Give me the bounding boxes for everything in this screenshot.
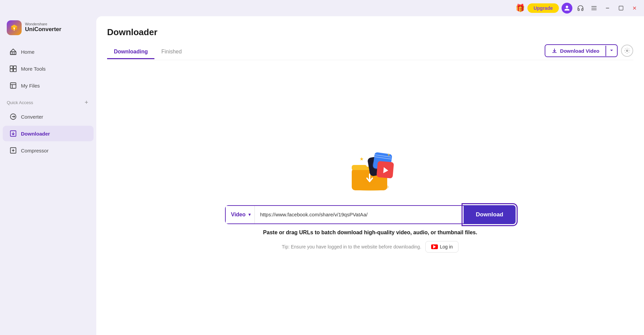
- login-button[interactable]: Log in: [425, 241, 459, 253]
- logo-area: Wondershare UniConverter: [0, 20, 96, 43]
- download-video-main-button[interactable]: Download Video: [545, 45, 605, 56]
- avatar-button[interactable]: [562, 3, 572, 14]
- svg-rect-10: [10, 52, 16, 54]
- type-select-label: Video: [231, 212, 246, 218]
- sidebar-item-home-label: Home: [21, 49, 34, 55]
- svg-rect-4: [619, 6, 623, 10]
- download-area: ♪ ★ ★ Video ▼: [107, 60, 633, 335]
- sidebar-item-downloader[interactable]: Downloader: [3, 126, 94, 141]
- download-icon: [551, 48, 558, 54]
- sidebar-item-my-files-label: My Files: [21, 83, 40, 89]
- close-button[interactable]: [629, 3, 640, 14]
- quick-access-section: Quick Access +: [0, 94, 96, 108]
- home-icon: [9, 48, 17, 55]
- tabs-actions: Download Video: [545, 44, 633, 60]
- sidebar-item-converter-label: Converter: [21, 114, 43, 120]
- svg-point-22: [626, 50, 628, 52]
- settings-icon: [624, 48, 630, 54]
- url-input-row: Video ▼ Download: [225, 205, 516, 224]
- menu-button[interactable]: [589, 3, 599, 14]
- tab-finished[interactable]: Finished: [154, 45, 188, 59]
- svg-text:★: ★: [387, 153, 390, 157]
- compressor-icon: [9, 147, 17, 154]
- my-files-icon: [9, 82, 17, 89]
- headset-button[interactable]: [575, 3, 586, 14]
- quick-access-label: Quick Access: [7, 100, 33, 105]
- tab-downloading[interactable]: Downloading: [107, 45, 154, 59]
- upgrade-button[interactable]: Upgrade: [527, 3, 559, 13]
- downloader-icon: [9, 130, 17, 137]
- type-select[interactable]: Video ▼: [226, 206, 255, 223]
- svg-rect-11: [10, 66, 13, 69]
- logo-brand: Wondershare: [25, 22, 61, 26]
- settings-button[interactable]: [621, 45, 633, 57]
- tabs-row: Downloading Finished Download Video: [107, 44, 633, 60]
- download-video-caret-button[interactable]: [605, 46, 617, 56]
- titlebar: 🎁 Upgrade: [0, 0, 644, 16]
- type-select-caret-icon: ▼: [248, 212, 252, 217]
- sidebar-item-home[interactable]: Home: [3, 44, 94, 59]
- download-button[interactable]: Download: [464, 205, 515, 224]
- youtube-icon: [431, 244, 438, 249]
- logo-text: Wondershare UniConverter: [25, 22, 61, 33]
- login-label: Log in: [440, 244, 453, 249]
- svg-rect-14: [14, 69, 16, 72]
- gift-icon[interactable]: 🎁: [516, 4, 525, 13]
- page-title: Downloader: [107, 27, 633, 38]
- caret-down-icon: [610, 48, 614, 52]
- sidebar-item-compressor[interactable]: Compressor: [3, 143, 94, 158]
- sidebar-item-converter[interactable]: Converter: [3, 109, 94, 124]
- add-quick-access-button[interactable]: +: [83, 99, 90, 106]
- converter-icon: [9, 113, 17, 120]
- app-logo-icon: [7, 20, 22, 35]
- logo-product: UniConverter: [25, 26, 61, 33]
- sidebar-item-more-tools-label: More Tools: [21, 66, 46, 72]
- svg-rect-26: [352, 165, 367, 170]
- tip-row: Tip: Ensure you have logged in to the we…: [282, 241, 459, 253]
- svg-rect-13: [10, 69, 13, 72]
- sidebar-item-compressor-label: Compressor: [21, 148, 49, 153]
- sidebar-item-more-tools[interactable]: More Tools: [3, 61, 94, 76]
- minimize-button[interactable]: [602, 3, 613, 14]
- hint-text: Paste or drag URLs to batch download hig…: [263, 230, 477, 236]
- tabs: Downloading Finished: [107, 45, 189, 59]
- svg-rect-15: [10, 83, 16, 89]
- svg-rect-12: [14, 66, 16, 69]
- hero-illustration: ♪ ★ ★: [343, 143, 397, 197]
- sidebar-item-downloader-label: Downloader: [21, 131, 50, 137]
- download-video-button[interactable]: Download Video: [545, 44, 618, 57]
- more-tools-icon: [9, 65, 17, 72]
- sidebar-item-my-files[interactable]: My Files: [3, 78, 94, 93]
- maximize-button[interactable]: [616, 3, 626, 14]
- main-content: Downloader Downloading Finished Download…: [96, 16, 644, 335]
- sidebar: Wondershare UniConverter Home More Tools…: [0, 16, 96, 335]
- download-video-label: Download Video: [560, 48, 599, 54]
- svg-text:★: ★: [360, 156, 364, 162]
- tip-text: Tip: Ensure you have logged in to the we…: [282, 244, 421, 249]
